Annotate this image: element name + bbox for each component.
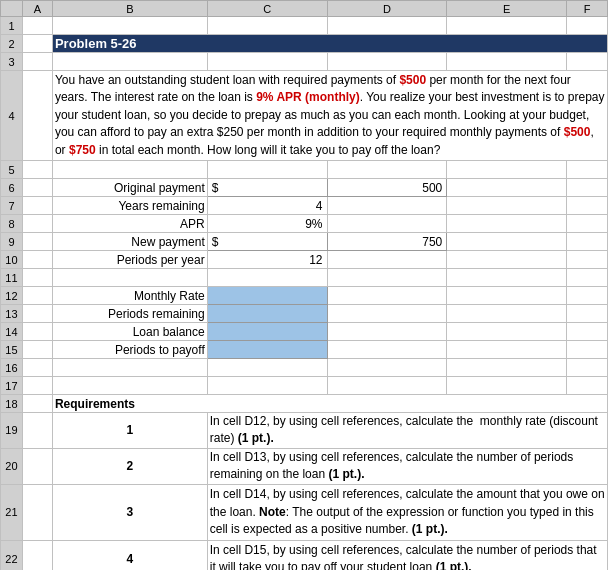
row-15: 15 Periods to payoff (1, 341, 608, 359)
cell-c1 (207, 17, 327, 35)
cell-f10 (447, 251, 567, 269)
row-12: 12 Monthly Rate (1, 287, 608, 305)
cell-e11 (447, 269, 567, 287)
row-num-20: 20 (1, 448, 23, 484)
highlight-750: $750 (69, 143, 96, 157)
row-5: 5 (1, 161, 608, 179)
row-num-19: 19 (1, 413, 23, 449)
req-num-1: 1 (52, 413, 207, 449)
cell-c5 (207, 161, 327, 179)
row-num-17: 17 (1, 377, 23, 395)
cell-e14 (327, 323, 447, 341)
cell-e7 (327, 197, 447, 215)
years-remaining-value[interactable]: 4 (207, 197, 327, 215)
cell-e16 (447, 359, 567, 377)
row-num-15: 15 (1, 341, 23, 359)
corner-cell (1, 1, 23, 17)
col-header-e: E (447, 1, 567, 17)
row-num-1: 1 (1, 17, 23, 35)
cell-a22 (22, 540, 52, 570)
req-num-2: 2 (52, 448, 207, 484)
loan-balance-value[interactable] (207, 323, 327, 341)
cell-b3 (52, 53, 207, 71)
cell-a11 (22, 269, 52, 287)
row-num-12: 12 (1, 287, 23, 305)
cell-a6 (22, 179, 52, 197)
years-remaining-label: Years remaining (52, 197, 207, 215)
cell-a15 (22, 341, 52, 359)
cell-a18 (22, 395, 52, 413)
cell-e17 (447, 377, 567, 395)
cell-a13 (22, 305, 52, 323)
cell-d17 (327, 377, 447, 395)
row-num-16: 16 (1, 359, 23, 377)
cell-f16 (567, 359, 608, 377)
cell-f3 (567, 53, 608, 71)
cell-d11 (327, 269, 447, 287)
cell-a14 (22, 323, 52, 341)
periods-remaining-value[interactable] (207, 305, 327, 323)
cell-b1 (52, 17, 207, 35)
row-7: 7 Years remaining 4 (1, 197, 608, 215)
cell-c11 (207, 269, 327, 287)
problem-text: You have an outstanding student loan wit… (52, 71, 607, 161)
cell-e13 (327, 305, 447, 323)
req-num-3: 3 (52, 484, 207, 540)
row-19: 19 1 In cell D12, by using cell referenc… (1, 413, 608, 449)
row-num-9: 9 (1, 233, 23, 251)
row-num-21: 21 (1, 484, 23, 540)
row-4: 4 You have an outstanding student loan w… (1, 71, 608, 161)
row-num-14: 14 (1, 323, 23, 341)
cell-e15 (327, 341, 447, 359)
col-header-a: A (22, 1, 52, 17)
row-17: 17 (1, 377, 608, 395)
row-6: 6 Original payment $ 500 (1, 179, 608, 197)
cell-f12 (447, 287, 567, 305)
monthly-rate-value[interactable] (207, 287, 327, 305)
cell-f5 (567, 161, 608, 179)
highlight-500b: $500 (564, 125, 591, 139)
cell-d1 (327, 17, 447, 35)
cell-f1 (567, 17, 608, 35)
req-text-2: In cell D13, by using cell references, c… (207, 448, 607, 484)
row-num-4: 4 (1, 71, 23, 161)
cell-a12 (22, 287, 52, 305)
col-header-b: B (52, 1, 207, 17)
cell-d3 (327, 53, 447, 71)
cell-g12 (567, 287, 608, 305)
original-payment-value[interactable]: 500 (327, 179, 447, 197)
cell-d6-dollar: $ (207, 179, 327, 197)
cell-f9 (567, 233, 608, 251)
row-num-11: 11 (1, 269, 23, 287)
cell-a10 (22, 251, 52, 269)
cell-f17 (567, 377, 608, 395)
cell-a4 (22, 71, 52, 161)
cell-c17 (207, 377, 327, 395)
cell-e6 (447, 179, 567, 197)
periods-per-year-value[interactable]: 12 (207, 251, 327, 269)
cell-a21 (22, 484, 52, 540)
cell-f14 (447, 323, 567, 341)
cell-b5 (52, 161, 207, 179)
apr-value[interactable]: 9% (207, 215, 327, 233)
cell-e9 (447, 233, 567, 251)
original-payment-label: Original payment (52, 179, 207, 197)
cell-f8 (447, 215, 567, 233)
cell-g14 (567, 323, 608, 341)
col-header-c: C (207, 1, 327, 17)
new-payment-value[interactable]: 750 (327, 233, 447, 251)
periods-to-payoff-value[interactable] (207, 341, 327, 359)
cell-d16 (327, 359, 447, 377)
cell-e1 (447, 17, 567, 35)
cell-b11 (52, 269, 207, 287)
cell-g13 (567, 305, 608, 323)
cell-f7 (447, 197, 567, 215)
row-num-13: 13 (1, 305, 23, 323)
cell-a7 (22, 197, 52, 215)
req-text-4: In cell D15, by using cell references, c… (207, 540, 607, 570)
row-20: 20 2 In cell D13, by using cell referenc… (1, 448, 608, 484)
loan-balance-label: Loan balance (52, 323, 207, 341)
row-1: 1 (1, 17, 608, 35)
row-22: 22 4 In cell D15, by using cell referenc… (1, 540, 608, 570)
periods-remaining-label: Periods remaining (52, 305, 207, 323)
